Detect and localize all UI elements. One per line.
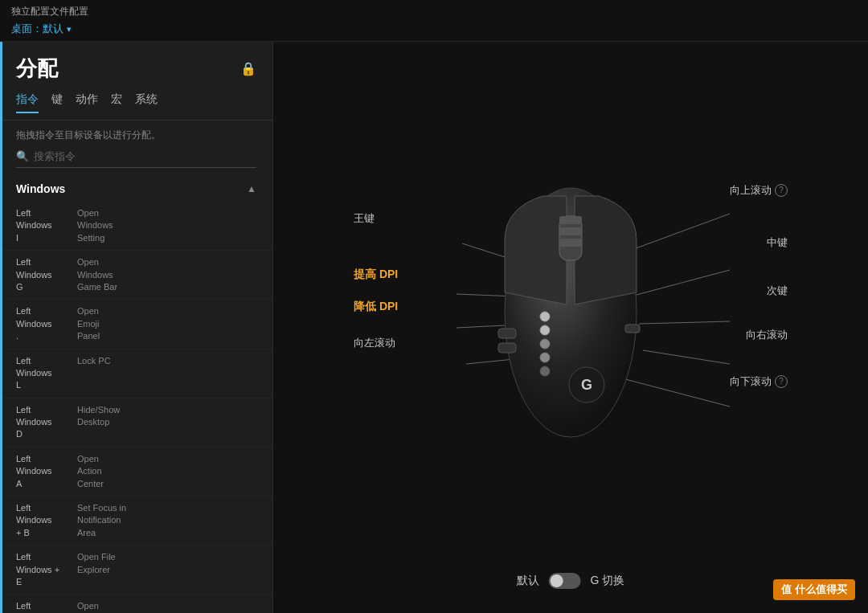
tab-actions[interactable]: 动作: [76, 92, 98, 113]
lock-icon: 🔒: [240, 61, 256, 76]
top-bar: 独立配置文件配置 桌面：默认 ▾: [0, 0, 868, 42]
list-item[interactable]: LeftWindows. OpenEmojiPanel: [0, 300, 272, 349]
search-box: 🔍: [16, 150, 256, 168]
cmd-key: LeftWindowsG: [16, 256, 74, 293]
drag-hint: 拖拽指令至目标设备以进行分配。: [0, 121, 272, 150]
list-item[interactable]: LeftWindows+ OpenConnectQuick...: [0, 595, 272, 613]
list-item[interactable]: LeftWindows +E Open FileExplorer: [0, 546, 272, 595]
tab-bar: 指令 键 动作 宏 系统: [0, 83, 272, 121]
svg-point-17: [540, 353, 550, 362]
list-item[interactable]: LeftWindowsA OpenActionCenter: [0, 447, 272, 497]
tab-system[interactable]: 系统: [135, 92, 158, 113]
search-icon: 🔍: [16, 150, 29, 162]
label-xiang-you: 向右滚动: [746, 328, 788, 342]
svg-rect-12: [559, 227, 582, 235]
svg-rect-13: [559, 239, 582, 247]
tab-commands[interactable]: 指令: [16, 92, 39, 113]
svg-rect-22: [498, 343, 516, 353]
cmd-key: LeftWindowsD: [16, 404, 74, 441]
label-ci-jian: 次键: [767, 284, 788, 298]
svg-point-15: [540, 325, 550, 335]
command-list: Windows ▲ LeftWindowsI OpenWindowsSettin…: [0, 176, 272, 613]
watermark-text: 什么值得买: [795, 583, 847, 595]
cmd-key: LeftWindows +E: [16, 551, 74, 588]
label-xiang-xia: 向下滚动 ?: [730, 374, 788, 389]
cmd-desc: OpenConnectQuick...: [77, 600, 110, 613]
label-jiang-di-dpi: 降低 DPI: [354, 300, 398, 314]
label-xiang-shang: 向上滚动 ?: [730, 183, 788, 198]
svg-rect-21: [498, 329, 516, 338]
help-icon-2: ?: [775, 375, 788, 388]
toggle-switch[interactable]: [549, 573, 581, 589]
svg-rect-23: [625, 325, 640, 333]
list-item[interactable]: LeftWindowsL Lock PC: [0, 349, 272, 398]
left-panel: 分配 🔒 指令 键 动作 宏 系统 拖拽指令至目标设备以进行分配。 🔍 Wind…: [0, 42, 273, 613]
svg-point-14: [540, 312, 550, 321]
section-chevron-icon: ▲: [247, 183, 256, 194]
help-icon: ?: [775, 184, 788, 197]
list-item[interactable]: LeftWindowsD Hide/ShowDesktop: [0, 398, 272, 447]
list-item[interactable]: LeftWindows+ B Set Focus inNotificationA…: [0, 497, 272, 546]
cmd-key: LeftWindowsI: [16, 207, 74, 244]
panel-header: 分配 🔒: [0, 42, 272, 83]
cmd-desc: OpenWindowsGame Bar: [77, 256, 117, 293]
tab-keys[interactable]: 键: [51, 92, 63, 113]
watermark: 值 什么值得买: [773, 579, 855, 600]
mouse-diagram: G 王键 提高 DPI 降低 DPI 向左滚动: [338, 95, 804, 561]
profile-toggle: 默认 G 切换: [517, 573, 625, 589]
cmd-desc: Set Focus inNotificationArea: [77, 502, 126, 539]
section-windows-label: Windows: [16, 182, 65, 195]
svg-point-16: [540, 339, 550, 349]
mouse-body-svg: G: [482, 160, 659, 449]
toggle-knob: [551, 574, 563, 587]
cmd-desc: Lock PC: [77, 355, 111, 367]
toggle-right-label: G 切换: [591, 574, 625, 588]
watermark-icon: 值: [781, 583, 792, 595]
svg-point-18: [540, 366, 550, 376]
label-wang-jian: 王键: [354, 211, 375, 226]
search-input[interactable]: [34, 150, 256, 162]
panel-title: 分配: [16, 55, 58, 83]
list-item[interactable]: LeftWindowsG OpenWindowsGame Bar: [0, 251, 272, 300]
profile-label: 桌面：默认: [11, 22, 63, 36]
right-panel: ⇦: [273, 42, 868, 613]
section-windows-header[interactable]: Windows ▲: [0, 176, 272, 202]
cmd-desc: OpenActionCenter: [77, 453, 104, 490]
cmd-key: LeftWindows+: [16, 600, 74, 613]
list-item[interactable]: LeftWindowsI OpenWindowsSetting: [0, 202, 272, 251]
svg-rect-11: [559, 216, 582, 224]
cmd-desc: Hide/ShowDesktop: [77, 404, 120, 429]
cmd-desc: OpenWindowsSetting: [77, 207, 113, 244]
profile-row[interactable]: 桌面：默认 ▾: [11, 22, 857, 36]
cmd-desc: OpenEmojiPanel: [77, 305, 100, 342]
tab-macros[interactable]: 宏: [111, 92, 122, 113]
accent-bar: [0, 42, 2, 613]
cmd-key: LeftWindows.: [16, 305, 74, 342]
label-xiang-zuo: 向左滚动: [354, 336, 395, 350]
toggle-left-label: 默认: [517, 574, 539, 588]
svg-text:G: G: [581, 377, 592, 393]
cmd-desc: Open FileExplorer: [77, 551, 116, 576]
cmd-key: LeftWindowsA: [16, 453, 74, 490]
label-zhong-jian: 中键: [767, 235, 788, 250]
profile-chevron: ▾: [67, 24, 72, 35]
cmd-key: LeftWindows+ B: [16, 502, 74, 539]
label-ti-gao-dpi: 提高 DPI: [354, 268, 398, 282]
config-title: 独立配置文件配置: [11, 5, 857, 18]
cmd-key: LeftWindowsL: [16, 355, 74, 392]
